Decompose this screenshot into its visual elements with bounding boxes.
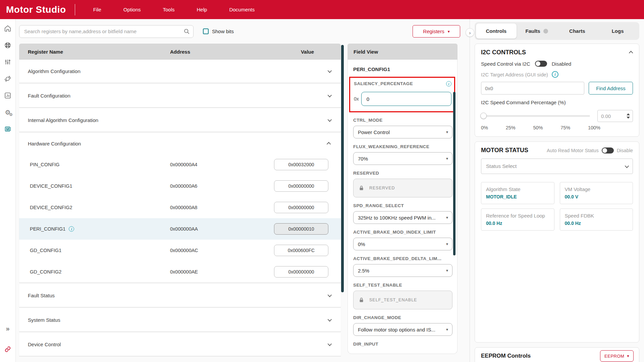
menu-help[interactable]: Help xyxy=(193,7,211,12)
info-icon[interactable]: i xyxy=(446,81,451,86)
table-row[interactable]: GD_CONFIG1 0x000000AC xyxy=(19,240,341,261)
field-view-title: Field View xyxy=(347,44,458,60)
chevron-down-icon xyxy=(328,69,332,73)
group-fault-configuration[interactable]: Fault Configuration xyxy=(19,84,341,107)
search-input[interactable] xyxy=(24,28,183,34)
show-bits-checkbox[interactable] xyxy=(203,28,209,34)
saliency-highlight-box: SALIENCY_PERCENTAGE i 0x xyxy=(349,77,455,112)
chevron-down-icon xyxy=(625,164,629,168)
chart-icon[interactable] xyxy=(4,92,12,100)
tab-faults[interactable]: Faults xyxy=(517,23,557,39)
settings-gears-icon[interactable]: ⚙⚙ xyxy=(4,108,12,116)
field-flux-weakening-reference: FLUX_WEAKENING_REFERENCE 70%▾ xyxy=(353,144,452,165)
field-spd-range-select: SPD_RANGE_SELECT 325Hz to 100KHz speed P… xyxy=(353,203,452,224)
field-dir-input-label: DIR_INPUT xyxy=(353,342,452,347)
group-algorithm-configuration[interactable]: Algorithm Configuration xyxy=(19,60,341,83)
field-dir-change-mode: DIR_CHANGE_MODE Follow motor stop option… xyxy=(353,315,452,336)
panel-collapse-button[interactable]: › xyxy=(466,28,474,37)
eeprom-dropdown-button[interactable]: EEPROM ▾ xyxy=(600,350,634,362)
status-select-dropdown[interactable]: Status Select xyxy=(481,159,633,174)
tab-bar: Controls Faults Charts Logs xyxy=(475,22,639,40)
register-value-input[interactable] xyxy=(274,223,328,235)
target-address-input[interactable] xyxy=(481,82,584,95)
sidebar-expand-icon[interactable]: » xyxy=(6,325,9,333)
eeprom-controls-title: EEPROM Controls xyxy=(481,353,531,359)
spinner-down-icon[interactable] xyxy=(627,117,630,119)
table-row-selected[interactable]: PERI_CONFIG1 i 0x000000AA xyxy=(19,218,341,240)
auto-read-toggle[interactable] xyxy=(602,147,614,154)
register-value-input[interactable] xyxy=(274,180,328,192)
ctrl-mode-select[interactable]: Power Control▾ xyxy=(353,126,452,138)
group-internal-algorithm-configuration[interactable]: Internal Algorithm Configuration xyxy=(19,109,341,132)
group-hardware-configuration-card: Hardware Configuration PIN_CONFIG 0x0000… xyxy=(19,133,341,283)
spd-range-select[interactable]: 325Hz to 100KHz speed PWM in...▾ xyxy=(353,211,452,224)
caret-down-icon: ▾ xyxy=(446,327,448,332)
chevron-up-icon[interactable] xyxy=(629,51,633,55)
caret-down-icon: ▾ xyxy=(446,268,448,273)
link-icon[interactable] xyxy=(4,346,11,354)
menu-documents[interactable]: Documents xyxy=(225,7,259,12)
table-row[interactable]: PIN_CONFIG 0x000000A4 xyxy=(19,154,341,175)
table-header: Register Name Address Value xyxy=(19,44,341,60)
active-brake-mod-index-select[interactable]: 0%▾ xyxy=(353,238,452,250)
show-bits-control: Show bits xyxy=(203,28,234,34)
field-view-panel: Field View PERI_CONFIG1 SALIENCY_PERCENT… xyxy=(347,44,458,362)
menu-options[interactable]: Options xyxy=(119,7,145,12)
faults-badge xyxy=(543,29,548,34)
register-value-input[interactable] xyxy=(274,202,328,213)
menu-file[interactable]: File xyxy=(89,7,105,12)
register-value-input[interactable] xyxy=(274,159,328,170)
speed-control-label: Speed Control via I2C xyxy=(481,61,530,67)
caret-down-icon: ▾ xyxy=(446,130,448,134)
group-device-control[interactable]: Device Control xyxy=(19,333,341,356)
registers-chip-icon[interactable] xyxy=(4,125,12,133)
spinner-up-icon[interactable] xyxy=(627,113,630,115)
eeprom-controls-card: EEPROM Controls EEPROM ▾ xyxy=(475,347,639,362)
flux-weakening-select[interactable]: 70%▾ xyxy=(353,152,452,165)
status-card-algorithm-state: Algorithm State MOTOR_IDLE xyxy=(481,182,554,204)
caret-down-icon: ▾ xyxy=(448,29,450,34)
table-row[interactable]: DEVICE_CONFIG1 0x000000A6 xyxy=(19,175,341,197)
lock-icon xyxy=(359,297,364,303)
tab-charts[interactable]: Charts xyxy=(557,23,598,39)
speed-control-toggle[interactable] xyxy=(535,61,547,67)
motor-status-card: MOTOR STATUS Auto Read Motor Status Disa… xyxy=(475,141,639,343)
table-row[interactable]: DEVICE_CONFIG2 0x000000A8 xyxy=(19,197,341,218)
register-table: Register Name Address Value Algorithm Co… xyxy=(19,44,341,362)
status-card-speed-loop-reference: Reference for Speed Loop 00.0 Hz xyxy=(481,208,554,231)
slider-knob[interactable] xyxy=(480,113,487,119)
register-value-input[interactable] xyxy=(274,245,328,256)
group-system-status[interactable]: System Status xyxy=(19,308,341,331)
register-value-input[interactable] xyxy=(274,266,328,278)
field-view-scrollbar-thumb[interactable] xyxy=(453,92,455,255)
motor-icon[interactable] xyxy=(4,41,12,49)
group-hardware-configuration[interactable]: Hardware Configuration xyxy=(19,133,341,154)
find-address-button[interactable]: Find Address xyxy=(589,82,633,95)
motor-status-title: MOTOR STATUS xyxy=(481,147,528,154)
registers-dropdown-button[interactable]: Registers ▾ xyxy=(413,25,460,38)
speed-percentage-input[interactable] xyxy=(598,113,621,119)
speed-percentage-slider[interactable] xyxy=(481,115,590,117)
saliency-percentage-input[interactable] xyxy=(361,92,451,106)
tab-controls[interactable]: Controls xyxy=(476,23,517,39)
i2c-controls-card: I2C CONTROLS Speed Control via I2C Disab… xyxy=(475,44,639,137)
col-address: Address xyxy=(170,49,274,55)
dir-change-mode-select[interactable]: Follow motor stop options and IS...▾ xyxy=(353,323,452,336)
caret-down-icon: ▾ xyxy=(446,242,448,246)
status-card-speed-fdbk: Speed FDBK 00.0 Hz xyxy=(560,208,633,231)
info-icon[interactable]: i xyxy=(69,226,74,232)
info-icon[interactable]: i xyxy=(552,71,558,78)
tune-icon[interactable] xyxy=(4,58,12,66)
table-scrollbar-thumb[interactable] xyxy=(341,45,344,292)
menu-tools[interactable]: Tools xyxy=(159,7,179,12)
group-fault-status[interactable]: Fault Status xyxy=(19,284,341,307)
rotate-sync-icon[interactable] xyxy=(4,75,12,83)
table-row[interactable]: GD_CONFIG2 0x000000AE xyxy=(19,261,341,283)
search-box xyxy=(19,25,194,38)
self-test-locked-field: SELF_TEST_ENABLE xyxy=(353,291,452,309)
tab-logs[interactable]: Logs xyxy=(597,23,638,39)
field-reserved: RESERVED RESERVED xyxy=(353,171,452,197)
active-brake-speed-delta-select[interactable]: 2.5%▾ xyxy=(353,264,452,277)
search-icon[interactable] xyxy=(183,28,190,35)
home-icon[interactable] xyxy=(4,24,12,33)
